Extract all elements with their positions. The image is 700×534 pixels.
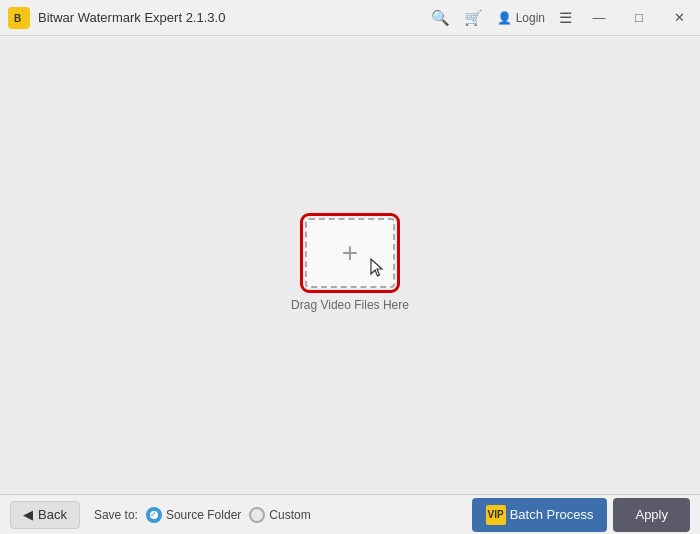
app-title: Bitwar Watermark Expert 2.1.3.0 — [38, 10, 431, 25]
search-icon[interactable]: 🔍 — [431, 9, 450, 27]
custom-option[interactable]: Custom — [249, 507, 310, 523]
drop-label: Drag Video Files Here — [291, 298, 409, 312]
apply-button[interactable]: Apply — [613, 498, 690, 532]
app-logo: B — [8, 7, 30, 29]
login-button[interactable]: 👤 Login — [497, 11, 545, 25]
save-options: Save to: ✓ Source Folder Custom — [94, 507, 472, 523]
batch-process-button[interactable]: VIP Batch Process — [472, 498, 608, 532]
source-folder-label: Source Folder — [166, 508, 241, 522]
cursor-overlay — [369, 257, 387, 282]
minimize-button[interactable]: — — [586, 5, 612, 31]
save-to-label: Save to: — [94, 508, 138, 522]
title-bar: B Bitwar Watermark Expert 2.1.3.0 🔍 🛒 👤 … — [0, 0, 700, 36]
main-content: + Drag Video Files Here — [0, 36, 700, 494]
back-icon: ◀ — [23, 507, 33, 522]
add-files-icon: + — [342, 239, 358, 267]
svg-text:B: B — [14, 13, 21, 24]
drop-zone[interactable]: + — [305, 218, 395, 288]
source-folder-option[interactable]: ✓ Source Folder — [146, 507, 241, 523]
title-actions: 🔍 🛒 👤 Login ☰ — □ ✕ — [431, 5, 692, 31]
drop-zone-container: + Drag Video Files Here — [291, 218, 409, 312]
cart-icon[interactable]: 🛒 — [464, 9, 483, 27]
maximize-button[interactable]: □ — [626, 5, 652, 31]
source-folder-radio[interactable]: ✓ — [146, 507, 162, 523]
custom-label: Custom — [269, 508, 310, 522]
bottom-bar: ◀ Back Save to: ✓ Source Folder Custom V… — [0, 494, 700, 534]
close-button[interactable]: ✕ — [666, 5, 692, 31]
menu-icon[interactable]: ☰ — [559, 9, 572, 27]
batch-vip-badge: VIP — [486, 505, 506, 525]
custom-radio[interactable] — [249, 507, 265, 523]
back-button[interactable]: ◀ Back — [10, 501, 80, 529]
user-icon: 👤 — [497, 11, 512, 25]
